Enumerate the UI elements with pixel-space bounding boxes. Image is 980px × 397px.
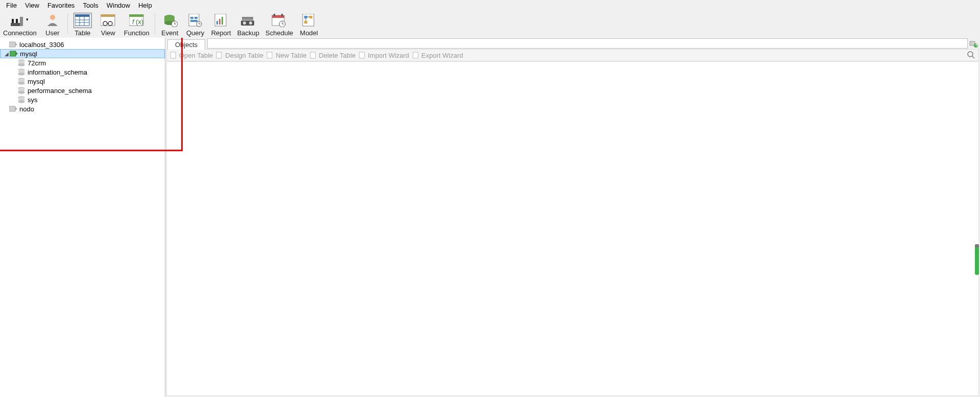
- database-icon: [17, 96, 26, 103]
- add-connection-button[interactable]: [969, 39, 979, 49]
- connection-off-icon: [9, 41, 17, 48]
- new-table-button[interactable]: New Table: [266, 52, 306, 59]
- toolbar-model-label: Model: [300, 29, 318, 37]
- export-wizard-button[interactable]: Export Wizard: [412, 52, 463, 59]
- model-icon: [302, 14, 316, 27]
- toolbar-function[interactable]: Function: [121, 10, 153, 37]
- toolbar-user[interactable]: User: [40, 10, 65, 37]
- export-wizard-label: Export Wizard: [422, 52, 463, 59]
- view-icon: [101, 14, 116, 27]
- plug-icon: [11, 14, 25, 27]
- menu-bar: File View Favorites Tools Window Help: [0, 0, 980, 10]
- database-icon: [17, 59, 26, 66]
- toolbar-report[interactable]: Report: [208, 10, 234, 37]
- tree-node-sys[interactable]: sys: [0, 95, 165, 104]
- menu-tools[interactable]: Tools: [79, 1, 102, 10]
- menu-favorites[interactable]: Favorites: [43, 1, 79, 10]
- tree-node-label: performance_schema: [28, 87, 92, 95]
- function-icon: [129, 14, 144, 27]
- new-table-icon: [266, 52, 274, 59]
- search-button[interactable]: [967, 51, 975, 59]
- chevron-down-icon: ▾: [26, 17, 29, 22]
- open-table-icon: [170, 52, 177, 59]
- menu-file[interactable]: File: [2, 1, 21, 10]
- backup-icon: [241, 14, 255, 27]
- toolbar-backup[interactable]: Backup: [234, 10, 262, 37]
- menu-help[interactable]: Help: [134, 1, 156, 10]
- design-table-icon: [216, 52, 223, 59]
- tree-node-mysql-db[interactable]: mysql: [0, 77, 165, 86]
- tree-node-mysql-conn[interactable]: ◢ mysql: [0, 49, 165, 58]
- toolbar-backup-label: Backup: [237, 29, 259, 37]
- toolbar-report-label: Report: [211, 29, 231, 37]
- add-connection-icon: [969, 40, 978, 48]
- report-icon: [214, 14, 228, 27]
- main-panel: Objects Open Table Design Table New Tabl…: [165, 38, 980, 397]
- toolbar-view[interactable]: View: [95, 10, 121, 37]
- tab-bar: Objects: [165, 38, 980, 49]
- toolbar-function-label: Function: [124, 29, 150, 37]
- toolbar-event-label: Event: [161, 29, 178, 37]
- new-table-label: New Table: [276, 52, 306, 59]
- tree-node-label: mysql: [28, 78, 45, 85]
- tab-objects[interactable]: Objects: [167, 39, 205, 50]
- import-wizard-label: Import Wizard: [368, 52, 409, 59]
- toolbar-event[interactable]: Event: [157, 10, 183, 37]
- import-wizard-button[interactable]: Import Wizard: [359, 52, 409, 59]
- toolbar-query-label: Query: [186, 29, 204, 37]
- toolbar-view-label: View: [101, 29, 115, 37]
- tree-expander-icon[interactable]: ◢: [4, 51, 10, 57]
- tree-node-information-schema[interactable]: information_schema: [0, 67, 165, 77]
- tree-node-label: mysql: [20, 50, 37, 58]
- toolbar-query[interactable]: Query: [183, 10, 208, 37]
- database-icon: [17, 68, 26, 76]
- tree-node-nodo[interactable]: nodo: [0, 104, 165, 113]
- toolbar-schedule-label: Schedule: [265, 29, 293, 37]
- delete-table-button[interactable]: Delete Table: [310, 52, 356, 59]
- open-table-button[interactable]: Open Table: [170, 52, 213, 59]
- tree-node-performance-schema[interactable]: performance_schema: [0, 86, 165, 95]
- tree-node-label: sys: [28, 96, 38, 104]
- toolbar-connection[interactable]: ▾ Connection: [0, 10, 40, 37]
- menu-window[interactable]: Window: [103, 1, 134, 10]
- connection-off-icon: [9, 105, 17, 112]
- scrollbar-thumb[interactable]: [975, 247, 979, 275]
- tree-node-label: 72crm: [28, 59, 46, 67]
- main-toolbar: ▾ Connection User Table View Function Ev…: [0, 10, 980, 38]
- objects-canvas[interactable]: [166, 61, 979, 396]
- import-wizard-icon: [359, 52, 366, 59]
- tree-node-label: localhost_3306: [19, 41, 64, 49]
- design-table-button[interactable]: Design Table: [216, 52, 263, 59]
- table-icon: [75, 14, 90, 27]
- menu-view[interactable]: View: [21, 1, 43, 10]
- toolbar-model[interactable]: Model: [296, 10, 322, 37]
- toolbar-user-label: User: [45, 29, 59, 37]
- toolbar-table-label: Table: [75, 29, 90, 37]
- tree-node-72crm[interactable]: 72crm: [0, 58, 165, 67]
- path-bar[interactable]: [207, 38, 968, 49]
- toolbar-separator: [67, 13, 68, 34]
- open-table-label: Open Table: [179, 52, 213, 59]
- tree-node-localhost[interactable]: localhost_3306: [0, 40, 165, 49]
- connection-on-icon: [10, 50, 18, 57]
- design-table-label: Design Table: [225, 52, 263, 59]
- tree-node-label: information_schema: [28, 68, 87, 76]
- toolbar-connection-label: Connection: [3, 29, 37, 37]
- toolbar-separator: [155, 13, 155, 34]
- toolbar-table[interactable]: Table: [70, 10, 95, 37]
- objects-toolbar: Open Table Design Table New Table Delete…: [166, 49, 979, 61]
- schedule-icon: [272, 14, 287, 27]
- event-icon: [162, 14, 178, 27]
- delete-table-label: Delete Table: [319, 52, 356, 59]
- toolbar-schedule[interactable]: Schedule: [262, 10, 296, 37]
- user-icon: [46, 14, 59, 27]
- database-icon: [17, 78, 26, 85]
- tree-node-label: nodo: [19, 105, 34, 113]
- delete-table-icon: [310, 52, 317, 59]
- export-wizard-icon: [412, 52, 420, 59]
- search-icon: [967, 51, 975, 59]
- query-icon: [188, 14, 203, 27]
- database-icon: [17, 87, 26, 94]
- connection-tree[interactable]: localhost_3306 ◢ mysql 72crm information…: [0, 38, 165, 397]
